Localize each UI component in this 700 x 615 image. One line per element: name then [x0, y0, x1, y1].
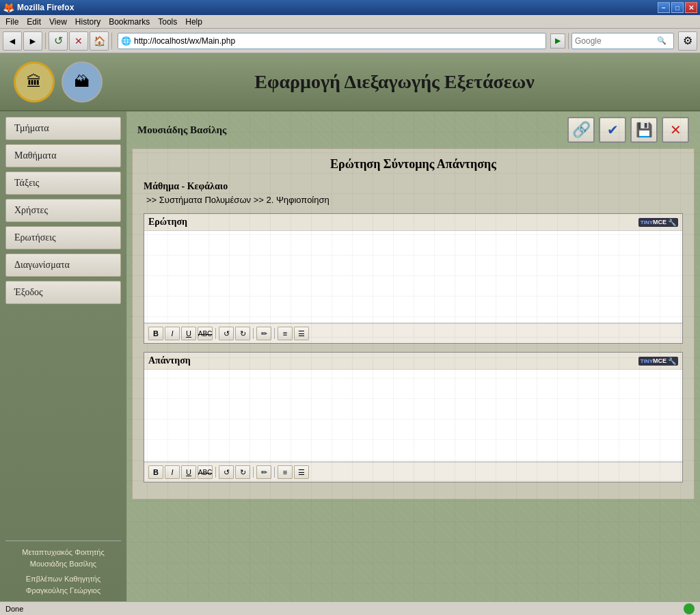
stop-button[interactable]: ✕ [69, 31, 88, 51]
answer-undo-button[interactable]: ↺ [219, 465, 234, 479]
answer-tool-sep-2 [253, 467, 254, 478]
footer-line4: Επβλέπων Καθηγητής [5, 573, 121, 585]
strikethrough-button[interactable]: ABC [198, 327, 213, 340]
tinymce-badge-question: TINY MCE 🔧 [638, 218, 678, 227]
toolbar-sep-1 [45, 33, 46, 49]
save-button[interactable]: 💾 [630, 117, 658, 143]
sidebar-item-erotiseis[interactable]: Ερωτήσεις [5, 226, 121, 249]
answer-editor-body[interactable] [144, 370, 682, 462]
sidebar-item-xristes[interactable]: Χρήστες [5, 199, 121, 222]
menu-history[interactable]: History [71, 16, 105, 28]
moe-text-2: MCE [653, 357, 667, 364]
maximize-button[interactable]: □ [671, 2, 684, 13]
minimize-button[interactable]: − [658, 2, 670, 13]
search-bar: 🔍 [571, 33, 674, 49]
title-bar: 🦊 Mozilla Firefox − □ ✕ [0, 0, 700, 15]
search-icon[interactable]: 🔍 [657, 36, 667, 45]
question-label: Ερώτηση [148, 217, 187, 228]
answer-tool-sep-3 [274, 467, 275, 478]
undo-button[interactable]: ↺ [219, 327, 234, 340]
answer-list-unordered-button[interactable]: ☰ [294, 465, 309, 479]
answer-strikethrough-button[interactable]: ABC [198, 465, 213, 479]
answer-underline-button[interactable]: U [181, 465, 196, 479]
app-header: 🏛 🏔 Εφαρμογή Διεξαγωγής Εξετάσεων [0, 53, 700, 111]
window-controls: − □ ✕ [658, 2, 697, 13]
menu-file[interactable]: File [1, 16, 23, 28]
sidebar-item-diagwnismata[interactable]: Διαγωνίσματα [5, 254, 121, 277]
underline-button[interactable]: U [181, 327, 196, 340]
user-name: Μουσιάδης Βασίλης [137, 124, 226, 136]
footer-line2: Μουσιάδης Βασίλης [5, 558, 121, 570]
tinymce-badge-answer: TINY MCE 🔧 [638, 357, 678, 366]
answer-clean-button[interactable]: ✏ [256, 465, 271, 479]
answer-italic-button[interactable]: I [165, 465, 180, 479]
sidebar-item-mathimata[interactable]: Μαθήματα [5, 144, 121, 167]
sidebar-item-exodos[interactable]: Έξοδος [5, 281, 121, 304]
question-editor-body[interactable] [144, 231, 682, 323]
menu-bar: File Edit View History Bookmarks Tools H… [0, 15, 700, 29]
toolbar: ◄ ► ↺ ✕ 🏠 🌐 ▶ 🔍 ⚙ [0, 29, 700, 53]
tool-sep-3 [274, 328, 275, 339]
window-title: Mozilla Firefox [17, 3, 74, 12]
app-title: Εφαρμογή Διεξαγωγής Εξετάσεων [103, 71, 686, 93]
menu-tools[interactable]: Tools [154, 16, 181, 28]
action-buttons: 🔗 ✔ 💾 ✕ [567, 117, 689, 143]
tools-icon[interactable]: ⚙ [678, 31, 697, 51]
moe-text: MCE [653, 219, 667, 226]
status-icon [684, 603, 695, 614]
menu-view[interactable]: View [45, 16, 71, 28]
sidebar-item-tmimata[interactable]: Τμήματα [5, 117, 121, 140]
answer-bold-button[interactable]: B [148, 465, 163, 479]
firefox-icon: 🦊 [3, 2, 14, 13]
search-input[interactable] [575, 36, 657, 46]
go-button[interactable]: ▶ [550, 33, 565, 49]
link-button[interactable]: 🔗 [567, 117, 595, 143]
tiny-text-2: TINY [641, 358, 653, 364]
page-icon: 🌐 [121, 36, 131, 46]
menu-help[interactable]: Help [181, 16, 206, 28]
forward-button[interactable]: ► [23, 31, 42, 51]
browser-content: 🏛 🏔 Εφαρμογή Διεξαγωγής Εξετάσεων Τμήματ… [0, 53, 700, 601]
italic-button[interactable]: I [165, 327, 180, 340]
answer-textarea[interactable] [144, 370, 682, 461]
tiny-text: TINY [641, 219, 653, 226]
sidebar-item-taxes[interactable]: Τάξεις [5, 172, 121, 195]
footer-line1: Μεταπτυχιακός Φοιτητής [5, 547, 121, 558]
menu-bookmarks[interactable]: Bookmarks [105, 16, 154, 28]
cancel-button[interactable]: ✕ [662, 117, 689, 143]
address-input[interactable] [134, 36, 543, 46]
toolbar-sep-3 [568, 33, 569, 49]
app-body: Τμήματα Μαθήματα Τάξεις Χρήστες Ερωτήσει… [0, 111, 700, 601]
answer-redo-button[interactable]: ↻ [235, 465, 250, 479]
sidebar: Τμήματα Μαθήματα Τάξεις Χρήστες Ερωτήσει… [0, 111, 126, 601]
status-bar: Done [0, 601, 700, 615]
answer-editor: Απάντηση TINY MCE 🔧 B I U [144, 352, 683, 482]
question-editor-header: Ερώτηση TINY MCE 🔧 [144, 214, 682, 231]
confirm-button[interactable]: ✔ [599, 117, 626, 143]
clean-button[interactable]: ✏ [256, 327, 271, 340]
footer-line5: Φραγκούλης Γεώργιος [5, 585, 121, 597]
back-button[interactable]: ◄ [3, 31, 22, 51]
tool-sep-2 [253, 328, 254, 339]
answer-list-ordered-button[interactable]: ≡ [278, 465, 293, 479]
list-unordered-button[interactable]: ☰ [294, 327, 309, 340]
list-ordered-button[interactable]: ≡ [278, 327, 293, 340]
home-button[interactable]: 🏠 [90, 31, 109, 51]
form-area: Ερώτηση Σύντομης Απάντησης Μάθημα - Κεφά… [132, 148, 695, 500]
main-content: Μουσιάδης Βασίλης 🔗 ✔ 💾 ✕ Ερώτηση Σύντομ… [126, 111, 700, 601]
logos: 🏛 🏔 [14, 62, 103, 102]
question-editor: Ερώτηση TINY MCE 🔧 B I U A [144, 213, 683, 344]
menu-edit[interactable]: Edit [23, 16, 45, 28]
redo-button[interactable]: ↻ [235, 327, 250, 340]
mce-icon-2: 🔧 [668, 357, 676, 365]
answer-label: Απάντηση [148, 355, 191, 366]
address-bar: 🌐 [118, 33, 546, 49]
user-bar: Μουσιάδης Βασίλης 🔗 ✔ 💾 ✕ [126, 111, 700, 148]
close-button[interactable]: ✕ [685, 2, 697, 13]
logo-2: 🏔 [62, 62, 103, 102]
reload-button[interactable]: ↺ [49, 31, 68, 51]
question-textarea[interactable] [144, 231, 682, 323]
sidebar-footer: Μεταπτυχιακός Φοιτητής Μουσιάδης Βασίλης… [5, 541, 121, 596]
bold-button[interactable]: B [148, 327, 163, 340]
status-text: Done [5, 605, 23, 613]
